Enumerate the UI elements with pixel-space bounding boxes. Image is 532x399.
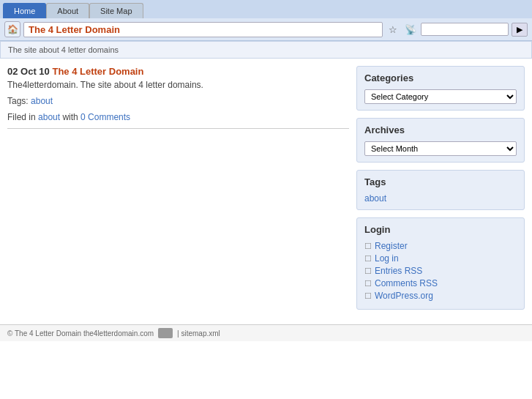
sidebar-archives: Archives Select Month — [356, 118, 525, 163]
entries-rss-link[interactable]: Entries RSS — [375, 266, 422, 276]
browser-chrome: Home About Site Map 🏠 The 4 Letter Domai… — [0, 0, 532, 41]
site-title-bar: The 4 Letter Domain — [23, 22, 383, 37]
tags-about-link[interactable]: about — [364, 193, 386, 204]
list-item: Entries RSS — [364, 266, 517, 276]
post-tag-link[interactable]: about — [31, 96, 53, 106]
sidebar-tags: Tags about — [356, 170, 525, 210]
page-footer: © The 4 Letter Domain the4letterdomain.c… — [0, 324, 532, 341]
register-link[interactable]: Register — [375, 241, 408, 251]
rss-icon[interactable]: 📡 — [403, 22, 418, 37]
archives-title: Archives — [364, 124, 517, 135]
list-item: Log in — [364, 253, 517, 264]
archives-select[interactable]: Select Month — [364, 141, 517, 156]
categories-select[interactable]: Select Category — [364, 89, 517, 104]
tags-title: Tags — [364, 176, 517, 187]
post-title-link[interactable]: The 4 Letter Domain — [52, 66, 143, 77]
list-item: WordPress.org — [364, 291, 517, 301]
address-bar: 🏠 The 4 Letter Domain ☆ 📡 ▶ — [0, 18, 532, 40]
sidebar: Categories Select Category Archives Sele… — [356, 66, 525, 317]
with-label: with — [62, 112, 78, 122]
star-icon[interactable]: ☆ — [386, 22, 400, 37]
footer-copyright: © The 4 Letter Domain the4letterdomain.c… — [7, 329, 154, 338]
tags-label: Tags: — [7, 96, 29, 106]
addr-icons: ☆ 📡 — [386, 22, 418, 37]
tab-about[interactable]: About — [46, 3, 89, 18]
tab-sitemap[interactable]: Site Map — [89, 3, 143, 18]
post-date-text: 02 Oct 10 — [7, 66, 50, 77]
tab-bar: Home About Site Map — [0, 0, 532, 18]
comments-link[interactable]: 0 Comments — [80, 112, 130, 122]
login-link[interactable]: Log in — [375, 253, 399, 264]
login-title: Login — [364, 224, 517, 235]
categories-title: Categories — [364, 72, 517, 83]
login-list: Register Log in Entries RSS Comments RSS… — [364, 241, 517, 301]
post-body: The4letterdomain. The site about 4 lette… — [7, 80, 349, 90]
tab-home[interactable]: Home — [3, 3, 46, 18]
page-wrapper: The site about 4 letter domains 02 Oct 1… — [0, 41, 532, 341]
content-area: 02 Oct 10 The 4 Letter Domain The4letter… — [0, 59, 532, 324]
tagline-bar: The site about 4 letter domains — [0, 41, 532, 59]
post-date: 02 Oct 10 The 4 Letter Domain — [7, 66, 349, 77]
post-divider — [7, 128, 349, 129]
footer-sitemap: | sitemap.xml — [177, 329, 220, 338]
post: 02 Oct 10 The 4 Letter Domain The4letter… — [7, 66, 349, 129]
sidebar-categories: Categories Select Category — [356, 66, 525, 111]
main-content: 02 Oct 10 The 4 Letter Domain The4letter… — [7, 66, 349, 317]
filed-label: Filed in — [7, 112, 36, 122]
comments-rss-link[interactable]: Comments RSS — [375, 278, 438, 288]
sidebar-login: Login Register Log in Entries RSS Commen… — [356, 217, 525, 310]
list-item: Register — [364, 241, 517, 251]
post-footer: Filed in about with 0 Comments — [7, 112, 349, 122]
home-icon[interactable]: 🏠 — [4, 21, 20, 37]
list-item: Comments RSS — [364, 278, 517, 288]
post-tags: Tags: about — [7, 96, 349, 106]
footer-icon — [158, 328, 173, 338]
filed-about-link[interactable]: about — [38, 112, 60, 122]
go-button[interactable]: ▶ — [512, 23, 528, 37]
wordpress-link[interactable]: WordPress.org — [375, 291, 433, 301]
search-input[interactable] — [421, 23, 509, 36]
